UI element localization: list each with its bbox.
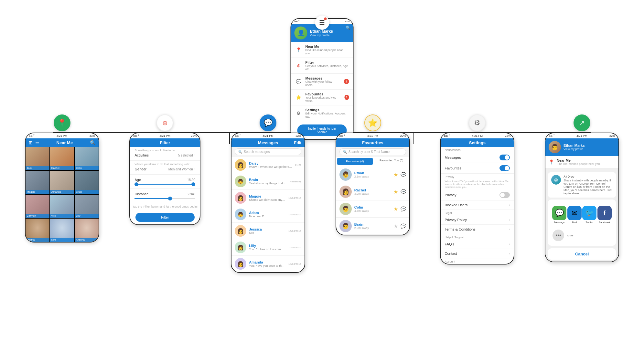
gender-row[interactable]: Gender Men and Women › [134,167,195,171]
search-placeholder: Search by user $ First Name [349,150,390,154]
messages-list: 👩 Daisy WOW!!! When can we go there?... … [231,157,305,272]
colin-star-icon[interactable]: ★ [393,206,398,212]
person-jack[interactable]: Jack [26,147,49,170]
tab-favourited-you[interactable]: Favourited You (0) [374,157,409,166]
adam-time: 14/04/2016 [288,213,301,216]
rachel-star-icon[interactable]: ★ [393,189,398,195]
message-item-daisy[interactable]: 👩 Daisy WOW!!! When can we go there?... … [231,157,305,173]
fav-item-ethan[interactable]: 👨 Ethan 2.1mi away ★ 💬 [336,166,409,183]
share-status-bar: EE ᵀ 4:21 PM 22% [545,133,618,138]
near-me-float-icon: 📍 [54,114,70,131]
battery: 33% [90,134,95,137]
share-app-twitter[interactable]: 🐦 Twitter [582,206,596,224]
privacy-section-title: Privacy [441,174,514,179]
tab-favourites[interactable]: Favourites (4) [337,158,373,165]
fav-item-rachel[interactable]: 👩 Rachel 3.9mi away ★ 💬 [336,183,409,200]
person-label-amanda: Amanda [50,190,74,194]
menu-item-near-me[interactable]: 📍 Near Me Find like-minded people near y… [291,42,353,58]
view-profile-link[interactable]: View my profile [310,34,333,37]
more-dot-1[interactable]: ••• [553,230,564,241]
person-marina[interactable]: Marina [26,219,49,242]
person-lilly[interactable]: Lilly [75,195,99,218]
ethan-message-icon[interactable]: 💬 [401,172,406,177]
list-icon[interactable]: ☰ [35,140,39,145]
person-carmen[interactable]: Carmen [26,195,49,218]
menu-item-settings[interactable]: ⚙ Settings Edit your Notifications, Acco… [291,105,353,121]
search-icon[interactable]: 🔍 [346,26,350,30]
share-user-header: 👨 Ethan Marks View my profile [545,138,618,156]
person-amanda[interactable]: Amanda [50,171,74,194]
ethan-star-icon[interactable]: ★ [393,172,398,178]
age-slider-min-thumb[interactable] [134,182,138,186]
messages-icon: 💬 [295,78,302,85]
person-brain[interactable]: Brain [75,171,99,194]
gender-chevron-icon: › [194,167,196,171]
favourites-toggle[interactable] [499,165,510,171]
distance-slider[interactable] [134,198,195,199]
age-slider[interactable] [134,184,195,185]
message-item-lilly[interactable]: 👩 Lilly You: I'm free on this coming sat… [231,239,305,256]
person-colin[interactable]: Colin [75,147,99,170]
maggie-preview: Shame we didn't spot any aliens... [249,198,286,201]
blocked-users-row[interactable]: Blocked Users › [441,200,514,210]
settings-phone-wrapper: ⚙ EE ᵀ 4:21 PM 22% Settings Notification… [440,123,514,264]
near-me-phone: SS ᵀ 4:21 PM 33% ⊞ ☰ Near Me 🔍 Jack Rach… [25,133,99,243]
faqs-row[interactable]: FAQ's › [441,240,514,249]
age-slider-max-thumb[interactable] [191,182,195,186]
person-kim[interactable]: Kim [50,219,74,242]
colin-dist: 4.3mi away [354,209,391,212]
filter-button[interactable]: Filter [135,213,195,222]
colin-message-icon[interactable]: 💬 [401,206,406,211]
menu-hamburger-icon[interactable]: ☰ [315,16,329,30]
share-app-message[interactable]: 💬 Message [552,206,566,224]
brain-message-icon[interactable]: 💬 [401,223,406,229]
contact-row[interactable]: Contact › [441,249,514,258]
person-maggie[interactable]: Maggie [26,171,49,194]
distance-slider-thumb[interactable] [168,197,172,200]
share-app-mail[interactable]: ✉ Mail [567,206,582,224]
favourites-search-input[interactable]: 🔍 Search by user $ First Name [339,148,406,155]
gender-label: Gender [134,167,146,171]
search-icon: 🔍 [343,150,347,154]
privacy-policy-row[interactable]: Privacy Policy › [441,215,514,225]
menu-item-favourites[interactable]: ⭐ Favourites Your favourites and vice ve… [291,90,353,105]
fav-item-colin[interactable]: 👨 Colin 4.3mi away ★ 💬 [336,200,409,218]
person-rachel[interactable]: Rachel [50,147,74,170]
twitter-app-label: Twitter [582,221,596,224]
cancel-button[interactable]: Cancel [548,248,616,260]
favourites-phone: EE ᵀ 4:21 PM 22% Favourites 🔍 Search by … [336,133,410,235]
share-phone: EE ᵀ 4:21 PM 22% 👨 Ethan Marks View my p… [545,133,619,262]
hamburger-lines: ☰ [319,19,325,27]
message-item-adam[interactable]: 👨 Adam Nice one :D 14/04/2016 [231,206,305,223]
activities-row[interactable]: Activities 5 selected › [134,153,195,157]
photo-grid: Jack Rachel Colin Maggie Amanda Brain [26,147,99,242]
search-icon: 🔍 [238,150,242,154]
menu-item-messages[interactable]: 💬 Messages Chat with your fellow users. … [291,74,353,90]
message-item-jessica[interactable]: 👩 Jessica OK! 15/04/2016 [231,223,305,239]
search-icon[interactable]: 🔍 [90,140,95,145]
message-item-maggie[interactable]: 👩 Maggie Shame we didn't spot any aliens… [231,190,305,206]
filter-age-section: Age 18-99 [130,175,200,189]
person-vitol[interactable]: Vitol [50,195,74,218]
edit-button[interactable]: Edit [294,141,301,145]
privacy-toggle[interactable] [499,192,510,198]
person-label-maggie: Maggie [26,190,49,194]
share-app-facebook[interactable]: f Facebook [597,206,612,224]
activities-value: 5 selected [178,154,193,157]
message-item-amanda[interactable]: 👩 Amanda You: Have you been to the new..… [231,256,305,272]
battery: 22% [295,134,301,137]
person-krishna[interactable]: Krishna [75,219,99,242]
fav-item-brain[interactable]: 👨 Brain 2.2mi away ★ 💬 [336,218,409,235]
messages-toggle[interactable] [499,155,510,160]
menu-item-filter[interactable]: ⊕ Filter Set your Activities, Distance, … [291,58,353,74]
person-label-colin: Colin [75,166,99,170]
rachel-message-icon[interactable]: 💬 [401,189,406,194]
brain-fav-info: Brain 2.2mi away [354,222,391,230]
share-near-me-item: 📍 Near Me Find like-minded people near y… [545,156,618,168]
grid-icon[interactable]: ⊞ [29,140,33,145]
message-item-brain[interactable]: 👨 Brain Yeah it's on my things to do lis… [231,173,305,190]
brain-star-icon[interactable]: ★ [393,223,398,229]
more-label[interactable]: More [567,234,573,237]
messages-search-input[interactable]: 🔍 Search messages [235,148,301,155]
terms-row[interactable]: Terms & Conditions › [441,225,514,234]
